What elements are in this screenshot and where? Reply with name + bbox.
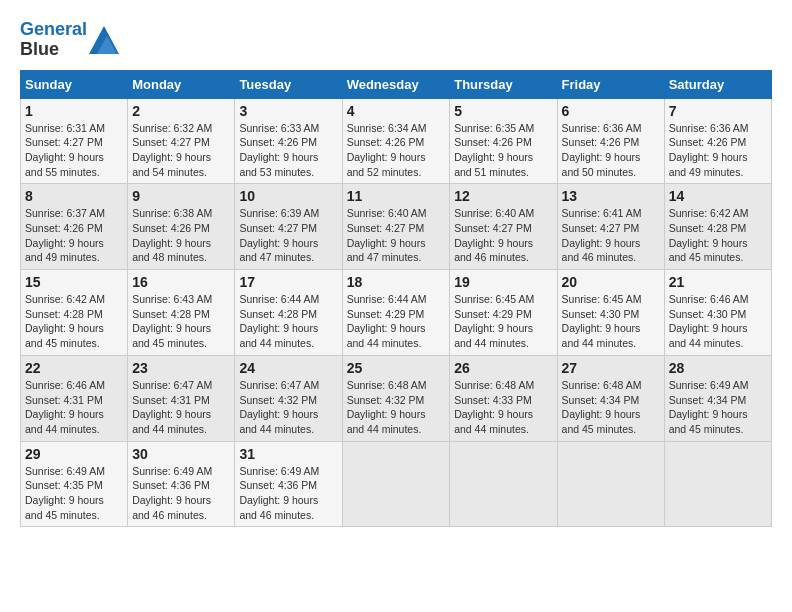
day-info: Sunrise: 6:44 AMSunset: 4:28 PMDaylight:…: [239, 292, 337, 351]
calendar-cell: 30Sunrise: 6:49 AMSunset: 4:36 PMDayligh…: [128, 441, 235, 527]
logo-icon: [89, 26, 119, 54]
day-info: Sunrise: 6:49 AMSunset: 4:36 PMDaylight:…: [239, 464, 337, 523]
calendar-cell: 10Sunrise: 6:39 AMSunset: 4:27 PMDayligh…: [235, 184, 342, 270]
calendar-cell: 14Sunrise: 6:42 AMSunset: 4:28 PMDayligh…: [664, 184, 771, 270]
day-info: Sunrise: 6:41 AMSunset: 4:27 PMDaylight:…: [562, 206, 660, 265]
column-header-thursday: Thursday: [450, 70, 557, 98]
calendar-cell: 29Sunrise: 6:49 AMSunset: 4:35 PMDayligh…: [21, 441, 128, 527]
day-number: 27: [562, 360, 660, 376]
calendar-cell: 7Sunrise: 6:36 AMSunset: 4:26 PMDaylight…: [664, 98, 771, 184]
day-number: 14: [669, 188, 767, 204]
calendar-cell: 13Sunrise: 6:41 AMSunset: 4:27 PMDayligh…: [557, 184, 664, 270]
day-info: Sunrise: 6:49 AMSunset: 4:36 PMDaylight:…: [132, 464, 230, 523]
calendar-week-row: 8Sunrise: 6:37 AMSunset: 4:26 PMDaylight…: [21, 184, 772, 270]
day-info: Sunrise: 6:40 AMSunset: 4:27 PMDaylight:…: [347, 206, 446, 265]
day-number: 4: [347, 103, 446, 119]
calendar-cell: 26Sunrise: 6:48 AMSunset: 4:33 PMDayligh…: [450, 355, 557, 441]
calendar-cell: [342, 441, 450, 527]
calendar-cell: 11Sunrise: 6:40 AMSunset: 4:27 PMDayligh…: [342, 184, 450, 270]
day-number: 5: [454, 103, 552, 119]
calendar-week-row: 1Sunrise: 6:31 AMSunset: 4:27 PMDaylight…: [21, 98, 772, 184]
day-info: Sunrise: 6:49 AMSunset: 4:34 PMDaylight:…: [669, 378, 767, 437]
logo: General Blue: [20, 20, 119, 60]
day-number: 23: [132, 360, 230, 376]
day-info: Sunrise: 6:45 AMSunset: 4:29 PMDaylight:…: [454, 292, 552, 351]
logo-text: General Blue: [20, 20, 87, 60]
calendar-cell: [664, 441, 771, 527]
day-info: Sunrise: 6:33 AMSunset: 4:26 PMDaylight:…: [239, 121, 337, 180]
column-header-wednesday: Wednesday: [342, 70, 450, 98]
calendar-cell: 12Sunrise: 6:40 AMSunset: 4:27 PMDayligh…: [450, 184, 557, 270]
day-number: 7: [669, 103, 767, 119]
day-number: 16: [132, 274, 230, 290]
day-number: 24: [239, 360, 337, 376]
day-info: Sunrise: 6:42 AMSunset: 4:28 PMDaylight:…: [25, 292, 123, 351]
day-info: Sunrise: 6:39 AMSunset: 4:27 PMDaylight:…: [239, 206, 337, 265]
day-number: 3: [239, 103, 337, 119]
column-header-monday: Monday: [128, 70, 235, 98]
calendar-cell: 25Sunrise: 6:48 AMSunset: 4:32 PMDayligh…: [342, 355, 450, 441]
calendar-cell: 6Sunrise: 6:36 AMSunset: 4:26 PMDaylight…: [557, 98, 664, 184]
day-info: Sunrise: 6:38 AMSunset: 4:26 PMDaylight:…: [132, 206, 230, 265]
day-number: 15: [25, 274, 123, 290]
day-info: Sunrise: 6:48 AMSunset: 4:33 PMDaylight:…: [454, 378, 552, 437]
column-header-tuesday: Tuesday: [235, 70, 342, 98]
day-info: Sunrise: 6:46 AMSunset: 4:30 PMDaylight:…: [669, 292, 767, 351]
calendar-cell: [450, 441, 557, 527]
day-info: Sunrise: 6:47 AMSunset: 4:32 PMDaylight:…: [239, 378, 337, 437]
calendar-cell: 4Sunrise: 6:34 AMSunset: 4:26 PMDaylight…: [342, 98, 450, 184]
calendar-cell: 21Sunrise: 6:46 AMSunset: 4:30 PMDayligh…: [664, 270, 771, 356]
calendar-cell: 28Sunrise: 6:49 AMSunset: 4:34 PMDayligh…: [664, 355, 771, 441]
day-info: Sunrise: 6:45 AMSunset: 4:30 PMDaylight:…: [562, 292, 660, 351]
calendar-week-row: 22Sunrise: 6:46 AMSunset: 4:31 PMDayligh…: [21, 355, 772, 441]
day-number: 26: [454, 360, 552, 376]
day-info: Sunrise: 6:48 AMSunset: 4:32 PMDaylight:…: [347, 378, 446, 437]
day-info: Sunrise: 6:43 AMSunset: 4:28 PMDaylight:…: [132, 292, 230, 351]
calendar-table: SundayMondayTuesdayWednesdayThursdayFrid…: [20, 70, 772, 528]
day-info: Sunrise: 6:32 AMSunset: 4:27 PMDaylight:…: [132, 121, 230, 180]
column-header-saturday: Saturday: [664, 70, 771, 98]
calendar-week-row: 15Sunrise: 6:42 AMSunset: 4:28 PMDayligh…: [21, 270, 772, 356]
day-number: 20: [562, 274, 660, 290]
calendar-cell: 18Sunrise: 6:44 AMSunset: 4:29 PMDayligh…: [342, 270, 450, 356]
day-number: 19: [454, 274, 552, 290]
day-info: Sunrise: 6:44 AMSunset: 4:29 PMDaylight:…: [347, 292, 446, 351]
day-info: Sunrise: 6:35 AMSunset: 4:26 PMDaylight:…: [454, 121, 552, 180]
calendar-cell: 23Sunrise: 6:47 AMSunset: 4:31 PMDayligh…: [128, 355, 235, 441]
day-number: 9: [132, 188, 230, 204]
column-header-sunday: Sunday: [21, 70, 128, 98]
calendar-cell: [557, 441, 664, 527]
day-number: 12: [454, 188, 552, 204]
day-number: 8: [25, 188, 123, 204]
calendar-cell: 8Sunrise: 6:37 AMSunset: 4:26 PMDaylight…: [21, 184, 128, 270]
calendar-cell: 17Sunrise: 6:44 AMSunset: 4:28 PMDayligh…: [235, 270, 342, 356]
calendar-body: 1Sunrise: 6:31 AMSunset: 4:27 PMDaylight…: [21, 98, 772, 527]
day-info: Sunrise: 6:49 AMSunset: 4:35 PMDaylight:…: [25, 464, 123, 523]
calendar-cell: 1Sunrise: 6:31 AMSunset: 4:27 PMDaylight…: [21, 98, 128, 184]
day-info: Sunrise: 6:42 AMSunset: 4:28 PMDaylight:…: [669, 206, 767, 265]
day-number: 17: [239, 274, 337, 290]
day-number: 30: [132, 446, 230, 462]
day-info: Sunrise: 6:40 AMSunset: 4:27 PMDaylight:…: [454, 206, 552, 265]
day-number: 25: [347, 360, 446, 376]
calendar-cell: 22Sunrise: 6:46 AMSunset: 4:31 PMDayligh…: [21, 355, 128, 441]
day-info: Sunrise: 6:36 AMSunset: 4:26 PMDaylight:…: [562, 121, 660, 180]
calendar-cell: 2Sunrise: 6:32 AMSunset: 4:27 PMDaylight…: [128, 98, 235, 184]
day-number: 22: [25, 360, 123, 376]
day-info: Sunrise: 6:36 AMSunset: 4:26 PMDaylight:…: [669, 121, 767, 180]
calendar-cell: 3Sunrise: 6:33 AMSunset: 4:26 PMDaylight…: [235, 98, 342, 184]
day-number: 13: [562, 188, 660, 204]
calendar-week-row: 29Sunrise: 6:49 AMSunset: 4:35 PMDayligh…: [21, 441, 772, 527]
day-number: 10: [239, 188, 337, 204]
page-header: General Blue: [20, 20, 772, 60]
day-number: 28: [669, 360, 767, 376]
calendar-cell: 31Sunrise: 6:49 AMSunset: 4:36 PMDayligh…: [235, 441, 342, 527]
day-info: Sunrise: 6:46 AMSunset: 4:31 PMDaylight:…: [25, 378, 123, 437]
day-info: Sunrise: 6:47 AMSunset: 4:31 PMDaylight:…: [132, 378, 230, 437]
calendar-cell: 15Sunrise: 6:42 AMSunset: 4:28 PMDayligh…: [21, 270, 128, 356]
calendar-header-row: SundayMondayTuesdayWednesdayThursdayFrid…: [21, 70, 772, 98]
day-number: 11: [347, 188, 446, 204]
day-number: 31: [239, 446, 337, 462]
day-info: Sunrise: 6:31 AMSunset: 4:27 PMDaylight:…: [25, 121, 123, 180]
calendar-cell: 16Sunrise: 6:43 AMSunset: 4:28 PMDayligh…: [128, 270, 235, 356]
